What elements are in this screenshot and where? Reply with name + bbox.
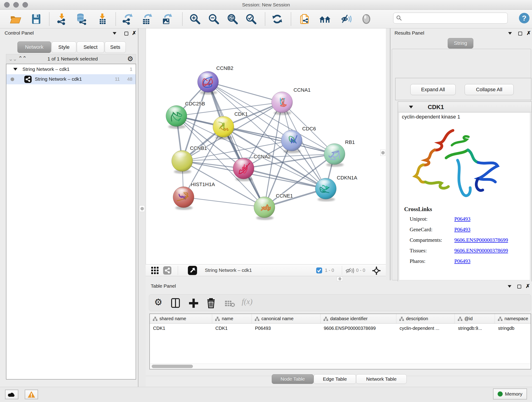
collapse-panel-icon[interactable] bbox=[113, 32, 116, 35]
function-builder-icon[interactable]: f(x) bbox=[242, 297, 253, 306]
table-hscrollbar-thumb[interactable] bbox=[152, 365, 193, 368]
float-panel-icon[interactable] bbox=[517, 285, 521, 288]
warning-button[interactable] bbox=[25, 390, 38, 399]
eye-icon[interactable] bbox=[360, 13, 372, 25]
tab-sets[interactable]: Sets bbox=[105, 41, 126, 53]
table-cell[interactable]: CDK1 bbox=[212, 324, 252, 333]
search-box[interactable] bbox=[393, 13, 508, 24]
help-icon[interactable]: ? bbox=[518, 12, 530, 24]
close-panel-icon[interactable]: ✗ bbox=[132, 31, 136, 35]
expand-all-button[interactable]: Expand All bbox=[410, 84, 456, 95]
tab-node-table[interactable]: Node Table bbox=[272, 374, 314, 384]
left-splitter[interactable] bbox=[138, 28, 146, 387]
add-column-icon[interactable] bbox=[189, 298, 199, 309]
network-edge-CCNB2-CCNE1[interactable] bbox=[208, 82, 264, 207]
show-columns-icon[interactable] bbox=[171, 298, 180, 308]
save-session-icon[interactable] bbox=[30, 13, 42, 25]
table-row[interactable]: CDK1CDK1P064939606.ENSP00000378699cyclin… bbox=[150, 324, 531, 333]
tab-select[interactable]: Select bbox=[77, 41, 104, 53]
network-node-RB1[interactable]: RB1 bbox=[324, 139, 355, 167]
gene-expander-icon[interactable] bbox=[409, 106, 413, 108]
crosslink-compartments-link[interactable]: 9606.ENSP00000378699 bbox=[454, 237, 508, 243]
network-edge-HIST1H1A-CCNE1[interactable] bbox=[184, 197, 264, 207]
hide-details-eye-icon[interactable] bbox=[341, 13, 352, 25]
zoom-selected-icon[interactable] bbox=[245, 13, 257, 25]
string-network-graph[interactable]: CCNB2CCNA1CDC25BCDK1CDC6RB1CCNB1CCNA2CDK… bbox=[146, 28, 386, 264]
delete-column-trash-icon[interactable] bbox=[206, 298, 216, 309]
export-table-icon[interactable] bbox=[141, 13, 152, 25]
network-node-HIST1H1A[interactable]: HIST1H1A bbox=[173, 182, 215, 210]
selected-checkbox-icon[interactable] bbox=[316, 268, 322, 274]
table-cell[interactable]: CDK1 bbox=[150, 324, 212, 333]
node-table[interactable]: shared namenamecanonical namedatabase id… bbox=[149, 313, 531, 370]
collapse-panel-icon[interactable] bbox=[508, 32, 512, 35]
share-document-icon[interactable] bbox=[299, 13, 311, 25]
gene-header[interactable]: CDK1 bbox=[398, 102, 532, 112]
zoom-out-icon[interactable] bbox=[208, 13, 220, 25]
table-cell[interactable]: cyclin-dependent ... bbox=[396, 324, 455, 333]
column-header--id[interactable]: @id bbox=[455, 314, 495, 323]
close-panel-icon[interactable]: ✗ bbox=[526, 31, 531, 35]
hidden-eye-icon[interactable] bbox=[346, 268, 354, 275]
network-node-CDKN1A[interactable]: CDKN1A bbox=[315, 175, 357, 201]
right-splitter-handle[interactable] bbox=[380, 150, 385, 156]
table-cell[interactable]: stringdb:9... bbox=[455, 324, 495, 333]
right-splitter[interactable] bbox=[386, 28, 390, 280]
memory-button[interactable]: Memory bbox=[493, 389, 527, 400]
table-hscrollbar[interactable] bbox=[150, 364, 531, 369]
export-image-icon[interactable] bbox=[161, 13, 172, 25]
open-in-new-window-icon[interactable] bbox=[188, 266, 197, 275]
crosslink-genecard-link[interactable]: P06493 bbox=[454, 227, 470, 233]
table-cell[interactable]: stringdb bbox=[495, 324, 531, 333]
column-header-namespace[interactable]: namespace bbox=[495, 314, 531, 323]
import-table-icon[interactable] bbox=[96, 13, 108, 25]
table-settings-gear-icon[interactable]: ⚙ bbox=[154, 297, 162, 307]
export-network-icon[interactable] bbox=[121, 13, 133, 25]
tab-string[interactable]: String bbox=[448, 38, 473, 49]
tab-network[interactable]: Network bbox=[17, 41, 51, 53]
network-node-CCNB2[interactable]: CCNB2 bbox=[197, 65, 234, 95]
grid-view-icon[interactable] bbox=[151, 266, 159, 276]
network-view-share-icon[interactable] bbox=[163, 266, 171, 274]
network-view-canvas[interactable]: CCNB2CCNA1CDC25BCDK1CDC6RB1CCNB1CCNA2CDK… bbox=[146, 28, 386, 264]
crosslink-pharos-link[interactable]: P06493 bbox=[454, 258, 470, 264]
horizontal-splitter-handle[interactable] bbox=[337, 277, 343, 281]
close-panel-icon[interactable]: ✗ bbox=[526, 284, 530, 288]
tab-style[interactable]: Style bbox=[51, 41, 76, 53]
network-row-selected[interactable]: String Network – cdk1 11 48 bbox=[6, 74, 136, 84]
crosshair-icon[interactable] bbox=[372, 266, 381, 276]
collapse-all-networks-icon[interactable]: ⌄⌄ bbox=[8, 56, 17, 62]
import-network-from-database-icon[interactable] bbox=[75, 13, 87, 25]
network-collection-row[interactable]: String Network – cdk1 1 bbox=[6, 65, 136, 74]
home-icon[interactable] bbox=[319, 13, 331, 25]
expand-all-networks-icon[interactable]: ⌃⌃ bbox=[18, 55, 26, 62]
refresh-view-icon[interactable] bbox=[271, 13, 283, 25]
crosslink-tissues-link[interactable]: 9606.ENSP00000378699 bbox=[454, 248, 508, 254]
crosslink-uniprot-link[interactable]: P06493 bbox=[454, 216, 470, 222]
table-cell[interactable]: P06493 bbox=[252, 324, 321, 333]
collapse-all-button[interactable]: Collapse All bbox=[465, 84, 514, 95]
network-node-CCNB1[interactable]: CCNB1 bbox=[172, 145, 207, 174]
collapse-panel-icon[interactable] bbox=[508, 285, 511, 288]
import-network-icon[interactable] bbox=[56, 13, 68, 25]
float-panel-icon[interactable] bbox=[124, 32, 128, 36]
open-file-icon[interactable] bbox=[10, 13, 22, 25]
column-header-name[interactable]: name bbox=[212, 314, 252, 323]
column-header-description[interactable]: description bbox=[396, 314, 455, 323]
search-input[interactable] bbox=[402, 16, 503, 21]
network-node-CDC25B[interactable]: CDC25B bbox=[166, 101, 205, 129]
zoom-fit-icon[interactable] bbox=[227, 13, 239, 25]
tab-network-table[interactable]: Network Table bbox=[356, 374, 407, 384]
gear-icon[interactable]: ⚙ bbox=[127, 55, 133, 63]
cloud-button[interactable] bbox=[5, 390, 18, 399]
tree-expander-icon[interactable] bbox=[13, 68, 17, 70]
left-splitter-handle[interactable] bbox=[139, 205, 145, 212]
delete-table-icon[interactable] bbox=[225, 300, 235, 308]
network-node-CDC6[interactable]: CDC6 bbox=[281, 126, 316, 153]
column-header-shared-name[interactable]: shared name bbox=[150, 314, 212, 323]
table-cell[interactable]: 9606.ENSP00000378699 bbox=[321, 324, 396, 333]
float-panel-icon[interactable] bbox=[518, 32, 522, 36]
tab-edge-table[interactable]: Edge Table bbox=[314, 374, 356, 384]
column-header-canonical-name[interactable]: canonical name bbox=[252, 314, 321, 323]
zoom-in-icon[interactable] bbox=[189, 13, 201, 25]
